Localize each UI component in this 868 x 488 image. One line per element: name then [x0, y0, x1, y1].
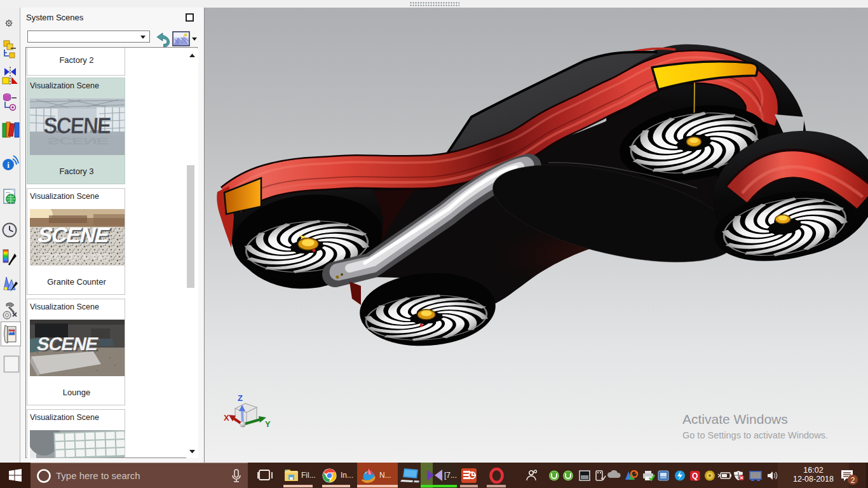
- svg-text:Y: Y: [265, 419, 271, 429]
- svg-text:SCENE: SCENE: [36, 223, 112, 247]
- svg-text:SCENE: SCENE: [35, 333, 100, 354]
- svg-text:2: 2: [851, 476, 855, 485]
- svg-text:Z: Z: [238, 393, 243, 403]
- svg-text:SCENE: SCENE: [46, 136, 110, 147]
- svg-text:SCENE: SCENE: [43, 113, 111, 139]
- svg-text:SCENE: SCENE: [39, 251, 111, 263]
- svg-text:X: X: [224, 413, 229, 423]
- svg-text:Q: Q: [692, 471, 698, 480]
- svg-text:i: i: [7, 160, 10, 170]
